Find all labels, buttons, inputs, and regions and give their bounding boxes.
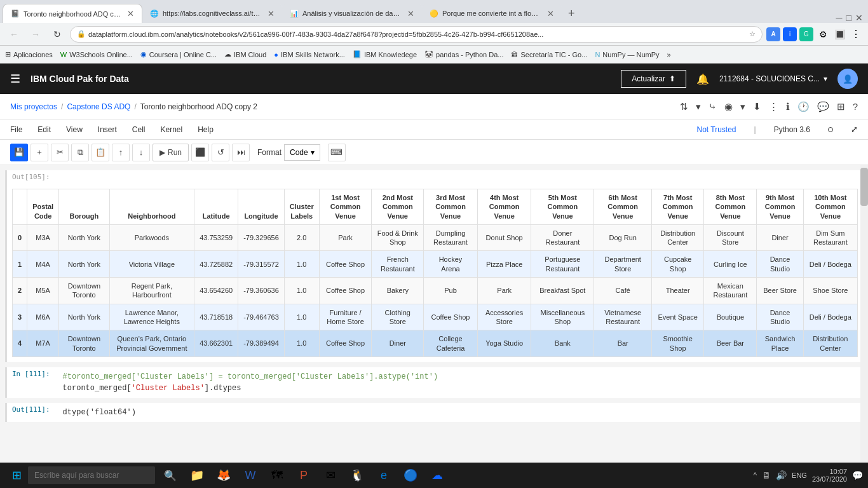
lang-indicator[interactable]: ENG: [792, 471, 807, 479]
notifications-icon[interactable]: 💬: [852, 470, 863, 480]
new-tab-button[interactable]: +: [562, 4, 581, 23]
bookmark-aplicaciones[interactable]: ⊞ Aplicaciones: [5, 50, 53, 58]
tab-close-2[interactable]: ✕: [268, 9, 275, 18]
copy-cell-button[interactable]: ⧉: [71, 144, 89, 161]
info-icon[interactable]: ℹ: [786, 101, 790, 112]
user-avatar[interactable]: 👤: [837, 69, 858, 89]
kernel-info: Python 3.6: [774, 125, 810, 134]
taskbar-ubuntu-icon[interactable]: 🐧: [344, 463, 370, 488]
comment-icon[interactable]: 💬: [817, 101, 829, 112]
close-window-button[interactable]: ✕: [855, 13, 863, 23]
taskbar-edge-icon[interactable]: e: [371, 463, 397, 488]
url-bar[interactable]: 🔒 dataplatform.cloud.ibm.com/analytics/n…: [70, 26, 763, 43]
ibm-header: ☰ IBM Cloud Pak for Data Actualizar ⬆ 🔔 …: [0, 64, 868, 94]
ibm-ext-icon[interactable]: i: [783, 27, 797, 41]
tab-close-1[interactable]: ✕: [127, 9, 134, 18]
menu-kernel[interactable]: Kernel: [161, 125, 183, 134]
help-icon[interactable]: ?: [853, 101, 858, 112]
bookmarks-more[interactable]: »: [667, 51, 671, 58]
volume-icon[interactable]: 🔊: [776, 470, 787, 480]
ibmcloud-icon: ☁: [224, 50, 231, 58]
scrollbar-thumb[interactable]: [860, 168, 868, 206]
bookmark-label-aplicaciones: Aplicaciones: [13, 51, 53, 58]
keyboard-shortcut-button[interactable]: ⌨: [328, 144, 346, 161]
bookmark-coursera[interactable]: ◉ Coursera | Online C...: [140, 50, 217, 58]
share-icon[interactable]: ⤷: [709, 101, 717, 112]
bookmark-pandas[interactable]: 🐼 pandas - Python Da...: [424, 50, 503, 58]
tab-2[interactable]: 🌐 https://labs.cognitiveclass.ai/too... …: [142, 4, 282, 23]
taskbar-chrome-icon[interactable]: 🔵: [398, 463, 423, 488]
extensions-icon[interactable]: A: [766, 27, 780, 41]
menu-cell[interactable]: Cell: [132, 125, 146, 134]
history-icon[interactable]: 🕐: [797, 101, 810, 112]
user-account-button[interactable]: 2112684 - SOLUCIONES C... ▾: [719, 74, 827, 83]
menu-insert[interactable]: Insert: [98, 125, 117, 134]
taskbar-ibmcloud-icon[interactable]: ☁: [424, 463, 450, 488]
taskbar-maps-icon[interactable]: 🗺: [264, 463, 290, 488]
bookmark-ibmskills[interactable]: ● IBM Skills Network...: [274, 51, 345, 58]
breadcrumb-projects-link[interactable]: Mis proyectos: [10, 102, 57, 111]
cell-type-select[interactable]: Code ▾: [284, 144, 320, 161]
download-icon[interactable]: ⬇: [753, 101, 761, 112]
paste-cell-button[interactable]: 📋: [92, 144, 109, 161]
taskbar-firefox-icon[interactable]: 🦊: [211, 463, 236, 488]
expand-icon[interactable]: ⤢: [851, 125, 858, 134]
grammarly-icon[interactable]: G: [799, 27, 813, 41]
breadcrumb-project-link[interactable]: Capstone DS ADQ: [67, 102, 130, 111]
taskbar-powerpoint-icon[interactable]: P: [291, 463, 316, 488]
menu-edit[interactable]: Edit: [37, 125, 51, 134]
restart-button[interactable]: ↺: [212, 144, 229, 161]
more-options-icon[interactable]: ⋮: [769, 101, 778, 112]
bookmark-secretaria[interactable]: 🏛 Secretaría TIC - Go...: [511, 51, 587, 58]
forward-button[interactable]: →: [27, 25, 44, 43]
bookmark-ibmcloud[interactable]: ☁ IBM Cloud: [224, 50, 266, 58]
network-icon[interactable]: 🖥: [762, 470, 771, 480]
chevron-down-icon[interactable]: ▾: [696, 101, 701, 112]
bookmark-label-ibmcloud: IBM Cloud: [234, 51, 266, 58]
collaborate-icon[interactable]: ◉: [724, 101, 733, 112]
tab-active[interactable]: 📓 Toronto neighborhood ADQ cop... ✕: [3, 4, 142, 23]
tab-3[interactable]: 📊 Análisis y visualización de datos... ✕: [282, 4, 422, 23]
table-cell: 1.0: [284, 278, 319, 304]
tab-close-3[interactable]: ✕: [407, 9, 414, 18]
save-button[interactable]: 💾: [10, 144, 28, 161]
tab-close-4[interactable]: ✕: [547, 9, 554, 18]
cut-cell-button[interactable]: ✂: [51, 144, 69, 161]
taskbar-search-input[interactable]: [28, 466, 155, 484]
sort-icon[interactable]: ⇅: [680, 101, 688, 112]
bookmark-numpy[interactable]: N NumPy — NumPy: [595, 51, 659, 58]
run-button[interactable]: ▶ Run: [153, 144, 189, 161]
tab-4[interactable]: 🟡 Porque me convierte int a float, e... …: [422, 4, 562, 23]
code-content-111[interactable]: #toronto_merged['Cluster Labels'] = toro…: [55, 367, 863, 398]
bookmark-star-icon[interactable]: ☆: [749, 30, 756, 38]
scrollbar-track[interactable]: [860, 165, 868, 463]
restart-run-button[interactable]: ⏭: [232, 144, 250, 161]
grid-view-icon[interactable]: ⊞: [837, 101, 845, 112]
notification-bell-icon[interactable]: 🔔: [696, 73, 709, 85]
taskbar-explorer-icon[interactable]: 📁: [184, 463, 210, 488]
menu-view[interactable]: View: [66, 125, 83, 134]
taskbar-word-icon[interactable]: W: [238, 463, 263, 488]
update-button[interactable]: Actualizar ⬆: [621, 70, 686, 88]
menu-help[interactable]: Help: [198, 125, 214, 134]
interrupt-button[interactable]: ⬛: [191, 144, 209, 161]
ext-icon-4[interactable]: ⚙: [816, 27, 830, 41]
chevron-down-icon-2[interactable]: ▾: [740, 101, 745, 112]
add-cell-button[interactable]: +: [31, 144, 48, 161]
move-down-button[interactable]: ↓: [132, 144, 150, 161]
more-tools-icon[interactable]: ⋮: [849, 27, 863, 41]
table-cell: Coffee Shop: [319, 251, 372, 278]
bookmark-w3schools[interactable]: W W3Schools Online...: [60, 51, 133, 58]
taskbar-cortana-icon[interactable]: 🔍: [158, 463, 183, 488]
taskbar-mail-icon[interactable]: ✉: [318, 463, 343, 488]
hamburger-menu-icon[interactable]: ☰: [10, 72, 20, 86]
move-up-button[interactable]: ↑: [112, 144, 130, 161]
back-button[interactable]: ←: [5, 25, 23, 43]
maximize-button[interactable]: □: [846, 13, 851, 23]
bookmark-ibmknowledge[interactable]: 📘 IBM Knowledege: [353, 50, 417, 58]
minimize-button[interactable]: ─: [836, 13, 843, 23]
reload-button[interactable]: ↻: [48, 25, 66, 43]
windows-start-button[interactable]: ⊞: [5, 464, 28, 487]
ext-icon-5[interactable]: 🔳: [832, 27, 846, 41]
menu-file[interactable]: File: [10, 125, 22, 134]
